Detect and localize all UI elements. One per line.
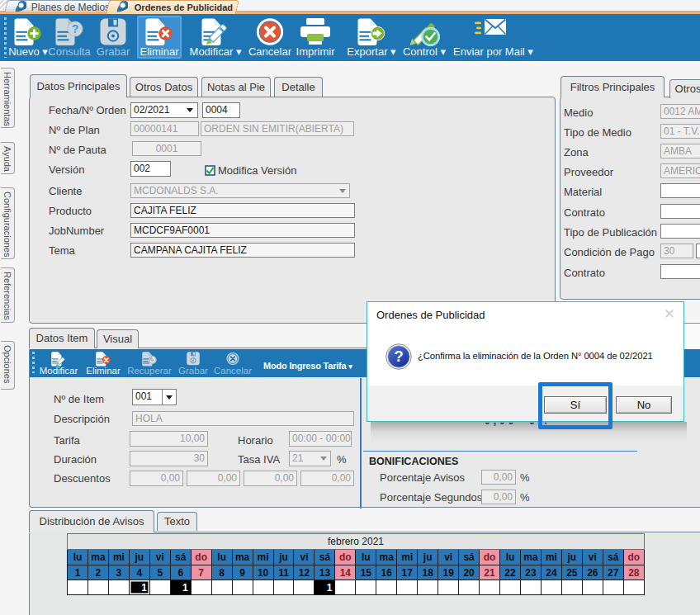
svg-text:?: ? xyxy=(394,348,404,365)
